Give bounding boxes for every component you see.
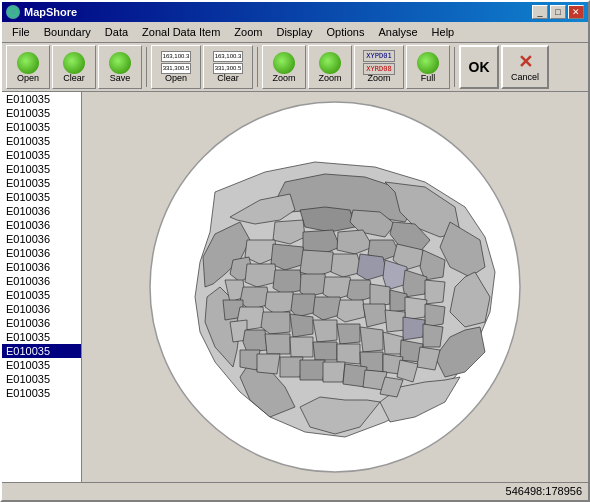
maximize-button[interactable]: □ (550, 5, 566, 19)
toolbar-divider-2 (257, 47, 258, 87)
zoom-in-button[interactable]: Zoom (262, 45, 306, 89)
list-item[interactable]: E010036 (2, 204, 81, 218)
list-container[interactable]: E010035E010035E010035E010035E010035E0100… (2, 92, 81, 482)
clear-data-num1: 163,100.3 (213, 51, 244, 62)
cancel-x-icon: ✕ (518, 53, 533, 71)
list-item[interactable]: E010036 (2, 274, 81, 288)
title-bar: MapShore _ □ ✕ (2, 2, 588, 22)
list-item[interactable]: E010035 (2, 120, 81, 134)
full-label: Full (421, 74, 436, 83)
open-data-button[interactable]: 163,100.3 331,300.5 Open (151, 45, 201, 89)
menu-options[interactable]: Options (321, 24, 371, 40)
list-item[interactable]: E010036 (2, 260, 81, 274)
list-item[interactable]: E010035 (2, 176, 81, 190)
toolbar: Open Clear Save 163,100.3 331,300.5 Open (2, 43, 588, 92)
map-svg (82, 92, 588, 482)
list-item[interactable]: E010035 (2, 106, 81, 120)
open-data-label: Open (165, 74, 187, 83)
list-item[interactable]: E010036 (2, 302, 81, 316)
save-boundary-icon (108, 52, 132, 74)
list-item[interactable]: E010035 (2, 344, 81, 358)
list-item[interactable]: E010036 (2, 316, 81, 330)
save-boundary-label: Save (110, 74, 131, 83)
clear-boundary-icon (62, 52, 86, 74)
list-item[interactable]: E010035 (2, 134, 81, 148)
menu-help[interactable]: Help (426, 24, 461, 40)
menu-display[interactable]: Display (270, 24, 318, 40)
list-item[interactable]: E010035 (2, 358, 81, 372)
full-button[interactable]: Full (406, 45, 450, 89)
list-item[interactable]: E010035 (2, 330, 81, 344)
cancel-button[interactable]: ✕ Cancel (501, 45, 549, 89)
ok-label: OK (469, 59, 490, 75)
clear-boundary-button[interactable]: Clear (52, 45, 96, 89)
list-item[interactable]: E010036 (2, 246, 81, 260)
zoom-out-icon (318, 52, 342, 74)
clear-data-label: Clear (217, 74, 239, 83)
clear-data-icon: 163,100.3 331,300.5 (216, 52, 240, 74)
open-data-icon: 163,100.3 331,300.5 (164, 52, 188, 74)
open-data-num1: 163,100.3 (161, 51, 192, 62)
main-content: E010035E010035E010035E010035E010035E0100… (2, 92, 588, 482)
menu-data[interactable]: Data (99, 24, 134, 40)
minimize-button[interactable]: _ (532, 5, 548, 19)
title-bar-left: MapShore (6, 5, 77, 19)
status-coordinates: 546498:178956 (506, 485, 582, 497)
list-item[interactable]: E010035 (2, 372, 81, 386)
toolbar-divider-3 (454, 47, 455, 87)
menu-zonal-data-item[interactable]: Zonal Data Item (136, 24, 226, 40)
list-item[interactable]: E010035 (2, 386, 81, 400)
zoom-coord-icon: XYPD01 XYRD08 (367, 52, 391, 74)
list-item[interactable]: E010035 (2, 190, 81, 204)
save-boundary-button[interactable]: Save (98, 45, 142, 89)
open-boundary-button[interactable]: Open (6, 45, 50, 89)
menu-file[interactable]: File (6, 24, 36, 40)
zoom-coord-top: XYPD01 (363, 50, 394, 62)
close-button[interactable]: ✕ (568, 5, 584, 19)
map-area[interactable] (82, 92, 588, 482)
svg-point-0 (9, 8, 17, 16)
zoom-out-button[interactable]: Zoom (308, 45, 352, 89)
main-window: MapShore _ □ ✕ File Boundary Data Zonal … (0, 0, 590, 502)
open-boundary-icon (16, 52, 40, 74)
zoom-in-icon (272, 52, 296, 74)
list-item[interactable]: E010035 (2, 162, 81, 176)
full-icon (416, 52, 440, 74)
menu-bar: File Boundary Data Zonal Data Item Zoom … (2, 22, 588, 43)
list-item[interactable]: E010036 (2, 218, 81, 232)
zoom-coord-button[interactable]: XYPD01 XYRD08 Zoom (354, 45, 404, 89)
list-item[interactable]: E010036 (2, 232, 81, 246)
toolbar-divider-1 (146, 47, 147, 87)
zoom-in-label: Zoom (272, 74, 295, 83)
open-boundary-label: Open (17, 74, 39, 83)
clear-boundary-label: Clear (63, 74, 85, 83)
zoom-out-label: Zoom (318, 74, 341, 83)
list-item[interactable]: E010035 (2, 148, 81, 162)
menu-analyse[interactable]: Analyse (372, 24, 423, 40)
list-item[interactable]: E010035 (2, 92, 81, 106)
app-icon (6, 5, 20, 19)
menu-zoom[interactable]: Zoom (228, 24, 268, 40)
zoom-coord-label: Zoom (367, 74, 390, 83)
left-panel: E010035E010035E010035E010035E010035E0100… (2, 92, 82, 482)
title-buttons: _ □ ✕ (532, 5, 584, 19)
status-bar: 546498:178956 (2, 482, 588, 500)
window-title: MapShore (24, 6, 77, 18)
cancel-label: Cancel (511, 72, 539, 82)
list-item[interactable]: E010035 (2, 288, 81, 302)
ok-button[interactable]: OK (459, 45, 499, 89)
menu-boundary[interactable]: Boundary (38, 24, 97, 40)
clear-data-button[interactable]: 163,100.3 331,300.5 Clear (203, 45, 253, 89)
